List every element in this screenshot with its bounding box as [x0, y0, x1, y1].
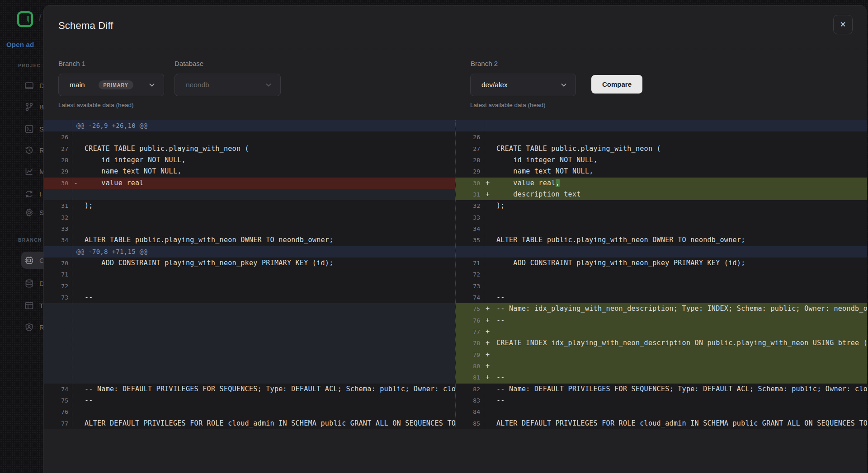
close-button[interactable]: ✕ [833, 15, 853, 34]
diff-row-ctx: 73 [456, 281, 867, 292]
diff-row-ctx: 33 [456, 212, 867, 223]
diff-row-hunk [456, 120, 867, 131]
diff-row-filler [44, 361, 455, 372]
diff-row-ctx: 84 [456, 406, 867, 417]
line-number: 81 [456, 372, 480, 383]
close-icon: ✕ [840, 20, 846, 29]
diff-row-filler [44, 372, 455, 383]
line-number: 29 [44, 166, 68, 177]
line-number: 80 [456, 361, 480, 372]
diff-row-add: 81+-- [456, 372, 867, 383]
code-text: value real, [496, 178, 867, 189]
branch2-select[interactable]: dev/alex [470, 74, 576, 96]
line-number: 76 [456, 315, 480, 326]
diff-row-ctx: 72 [456, 269, 867, 280]
roles-icon [24, 323, 34, 332]
code-text: ALTER DEFAULT PRIVILEGES FOR ROLE cloud_… [85, 418, 455, 429]
diff-row-ctx: 74-- [456, 292, 867, 303]
git-branch-icon [24, 102, 34, 112]
word-diff-highlight: , [556, 179, 560, 187]
branch2-hint: Latest available data (head) [470, 102, 546, 108]
diff-row-hunk [456, 246, 867, 258]
line-number: 26 [44, 131, 68, 143]
diff-marker: + [486, 337, 490, 349]
line-number: 72 [456, 269, 480, 280]
diff-row-ctx: 32); [456, 200, 867, 211]
diff-row-ctx: 27CREATE TABLE public.playing_with_neon … [456, 143, 867, 155]
code-text: -- Name: DEFAULT PRIVILEGES FOR SEQUENCE… [85, 384, 455, 395]
line-number: 30 [456, 178, 480, 189]
diff-row-ctx: 70 ADD CONSTRAINT playing_with_neon_pkey… [44, 258, 455, 269]
line-number: 34 [456, 223, 480, 234]
line-number: 32 [456, 200, 480, 211]
hunk-header-text: @@ -70,8 +71,15 @@ [76, 246, 147, 258]
database-select[interactable]: neondb [175, 74, 281, 96]
diff-row-ctx: 28 id integer NOT NULL, [456, 155, 867, 166]
diff-row-ctx: 32 [44, 212, 455, 223]
compare-button[interactable]: Compare [591, 75, 642, 94]
code-text: ALTER DEFAULT PRIVILEGES FOR ROLE cloud_… [496, 418, 867, 429]
diff-row-filler [44, 315, 455, 326]
tables-icon [24, 301, 34, 310]
line-number: 27 [456, 143, 480, 155]
chevron-down-icon [148, 81, 156, 89]
line-number: 35 [456, 234, 480, 246]
diff-row-ctx: 26 [44, 131, 455, 143]
diff-row-add: 76+-- [456, 315, 867, 326]
line-number: 71 [44, 269, 68, 280]
line-number: 82 [456, 384, 480, 395]
diff-marker: + [486, 189, 490, 200]
code-text: -- [85, 395, 455, 406]
hunk-header-text: @@ -26,9 +26,10 @@ [76, 120, 147, 131]
line-number: 27 [44, 143, 68, 155]
diff-row-ctx: 72 [44, 281, 455, 292]
line-number: 74 [456, 292, 480, 303]
code-text: -- [496, 395, 867, 406]
line-number: 78 [456, 337, 480, 349]
line-number: 77 [456, 326, 480, 337]
diff-row-hunk: @@ -26,9 +26,10 @@ [44, 120, 455, 131]
schema-diff-viewer: @@ -26,9 +26,10 @@2627CREATE TABLE publi… [44, 120, 867, 429]
primary-badge: PRIMARY [99, 80, 133, 89]
diff-row-add: 75+-- Name: idx_playing_with_neon_descri… [456, 303, 867, 314]
code-text: -- [496, 315, 867, 326]
branch1-select[interactable]: main PRIMARY [58, 74, 164, 96]
diff-row-ctx: 29 name text NOT NULL, [44, 166, 455, 177]
line-number: 31 [456, 189, 480, 200]
diff-row-ctx: 34ALTER TABLE public.playing_with_neon O… [44, 234, 455, 246]
diff-panel-branch1[interactable]: @@ -26,9 +26,10 @@2627CREATE TABLE publi… [44, 120, 456, 429]
diff-panel-branch2[interactable]: 2627CREATE TABLE public.playing_with_neo… [456, 120, 867, 429]
diff-row-add: 31+ description text [456, 189, 867, 200]
settings-icon [24, 208, 34, 217]
sidebar-section-branch: BRANCH [18, 238, 42, 243]
diff-row-add: 79+ [456, 349, 867, 361]
line-number: 31 [44, 200, 68, 211]
line-number: 28 [44, 155, 68, 166]
diff-marker: - [74, 178, 78, 189]
schema-diff-modal: Schema Diff ✕ Branch 1 Database Branch 2… [43, 5, 867, 473]
code-text: -- Name: idx_playing_with_neon_descripti… [496, 303, 867, 314]
branch2-label: Branch 2 [471, 60, 498, 67]
sql-editor-icon [24, 124, 34, 134]
code-text: name text NOT NULL, [85, 166, 455, 177]
diff-row-add: 30+ value real, [456, 178, 867, 189]
line-number: 73 [44, 292, 68, 303]
diff-row-ctx: 29 name text NOT NULL, [456, 166, 867, 177]
code-text: CREATE TABLE public.playing_with_neon ( [85, 143, 455, 155]
diff-row-ctx: 28 id integer NOT NULL, [44, 155, 455, 166]
computes-icon [24, 256, 34, 265]
schema-diff-screen: / Open ad PROJEC D B S [0, 0, 868, 473]
diff-row-del: 30- value real [44, 178, 455, 189]
neon-logo-icon[interactable] [17, 11, 33, 28]
diff-marker: + [486, 349, 490, 361]
diff-row-add: 78+CREATE INDEX idx_playing_with_neon_de… [456, 337, 867, 349]
line-number: 79 [456, 349, 480, 361]
diff-row-filler [44, 189, 455, 200]
diff-row-ctx: 27CREATE TABLE public.playing_with_neon … [44, 143, 455, 155]
monitoring-icon [24, 167, 34, 176]
code-text: ALTER TABLE public.playing_with_neon OWN… [85, 234, 455, 246]
chevron-down-icon [265, 81, 272, 89]
open-admin-link[interactable]: Open ad [6, 41, 34, 48]
header-separator [44, 49, 867, 49]
code-text: value real [85, 178, 455, 189]
